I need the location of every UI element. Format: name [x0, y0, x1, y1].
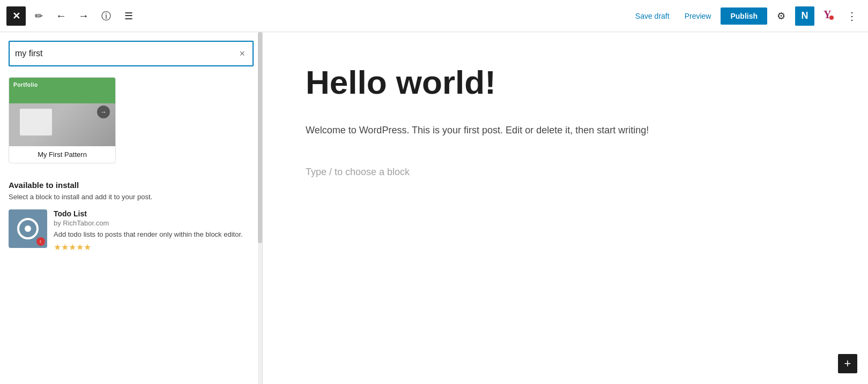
pattern-arrow: → [97, 106, 110, 118]
install-title: Available to install [9, 180, 254, 190]
info-button[interactable]: ⓘ [97, 6, 116, 26]
plugin-description: Add todo lists to posts that render only… [54, 229, 254, 240]
badge-icon: ! [38, 239, 43, 244]
n-button[interactable]: N [795, 6, 814, 26]
yoast-icon: Y [822, 9, 834, 24]
plugin-author: by RichTabor.com [54, 219, 254, 227]
plugin-icon-todo: ! [9, 209, 47, 248]
edit-icon: ✏ [35, 10, 43, 22]
more-options-button[interactable]: ⋮ [842, 6, 862, 26]
pattern-section: Portfolio → My First Pattern [0, 73, 262, 172]
clear-icon: × [239, 48, 245, 59]
search-box: × [9, 41, 254, 66]
plugin-badge: ! [36, 237, 45, 246]
topbar-right: Save draft Preview Publish ⚙ N Y ⋮ [630, 6, 862, 26]
arrow-icon: → [100, 108, 107, 116]
pattern-name: My First Pattern [9, 146, 115, 163]
n-icon: N [802, 10, 808, 21]
search-clear-button[interactable]: × [237, 48, 247, 59]
search-container: × [0, 32, 262, 73]
add-icon: + [844, 357, 851, 371]
undo-icon: ← [56, 10, 66, 22]
redo-icon: → [78, 10, 89, 22]
topbar: ✕ ✏ ← → ⓘ ☰ Save draft Preview Publish ⚙… [0, 0, 868, 32]
block-placeholder[interactable]: Type / to choose a block [306, 160, 804, 184]
redo-button[interactable]: → [74, 6, 93, 26]
install-subtitle: Select a block to install and add it to … [9, 193, 254, 201]
menu-button[interactable]: ☰ [119, 6, 138, 26]
pattern-thumbnail: Portfolio → [9, 78, 116, 146]
pattern-portfolio-label: Portfolio [13, 82, 38, 88]
settings-button[interactable]: ⚙ [771, 6, 791, 26]
install-section: Available to install Select a block to i… [0, 172, 262, 252]
close-button[interactable]: ✕ [6, 6, 26, 26]
editor-main: Hello world! Welcome to WordPress. This … [263, 32, 868, 384]
plugin-stars: ★★★★★ [54, 242, 254, 252]
post-title[interactable]: Hello world! [306, 64, 804, 101]
undo-button[interactable]: ← [51, 6, 71, 26]
yoast-button[interactable]: Y [819, 6, 838, 26]
menu-icon: ☰ [124, 10, 133, 22]
sidebar: × Portfolio → My First Pattern [0, 32, 263, 384]
plugin-item-todo[interactable]: ! Todo List by RichTabor.com Add todo li… [9, 209, 254, 252]
info-icon: ⓘ [101, 10, 111, 22]
sidebar-scrollbar-thumb [258, 32, 262, 243]
more-icon: ⋮ [847, 10, 857, 22]
search-input[interactable] [15, 49, 237, 58]
settings-icon: ⚙ [777, 10, 785, 22]
publish-button[interactable]: Publish [721, 7, 767, 25]
sidebar-scrollbar [258, 32, 262, 384]
save-draft-button[interactable]: Save draft [630, 9, 675, 24]
plugin-circle-icon [17, 218, 39, 239]
plugin-info-todo: Todo List by RichTabor.com Add todo list… [54, 209, 254, 252]
svg-point-1 [829, 16, 834, 20]
topbar-left: ✕ ✏ ← → ⓘ ☰ [6, 6, 138, 26]
svg-text:!: ! [40, 240, 41, 244]
plugin-name: Todo List [54, 209, 254, 218]
close-icon: ✕ [12, 10, 20, 22]
sidebar-scroll[interactable]: × Portfolio → My First Pattern [0, 32, 262, 384]
add-block-button[interactable]: + [838, 354, 857, 373]
post-body[interactable]: Welcome to WordPress. This is your first… [306, 122, 767, 139]
pattern-card[interactable]: Portfolio → My First Pattern [9, 77, 116, 163]
layout: × Portfolio → My First Pattern [0, 32, 868, 384]
edit-button[interactable]: ✏ [29, 6, 48, 26]
preview-button[interactable]: Preview [679, 9, 717, 24]
